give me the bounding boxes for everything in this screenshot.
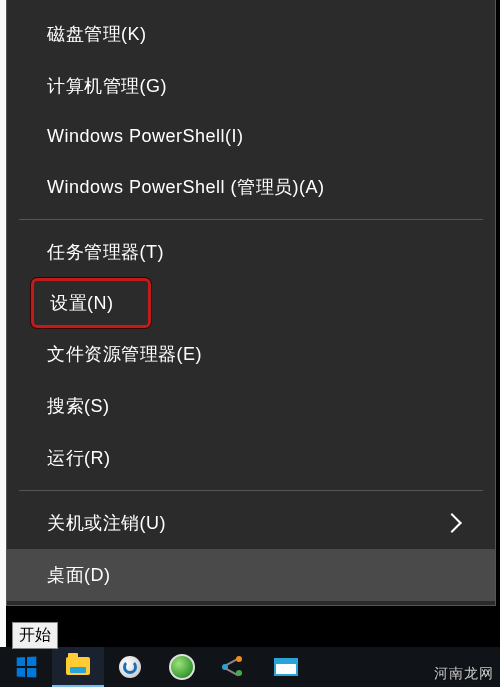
menu-item-label: 运行(R) — [47, 446, 111, 470]
menu-item-run[interactable]: 运行(R) — [7, 432, 495, 484]
menu-item-label: Windows PowerShell (管理员)(A) — [47, 175, 325, 199]
menu-item-label: 关机或注销(U) — [47, 511, 166, 535]
menu-item-label: 磁盘管理(K) — [47, 22, 147, 46]
menu-item-shutdown-signout[interactable]: 关机或注销(U) — [7, 497, 495, 549]
watermark-text: 河南龙网 — [434, 665, 494, 683]
menu-divider — [19, 219, 483, 220]
winx-context-menu: 磁盘管理(K) 计算机管理(G) Windows PowerShell(I) W… — [6, 0, 496, 606]
menu-item-label: 设置(N) — [50, 291, 114, 315]
start-button[interactable] — [0, 647, 52, 687]
menu-item-label: 计算机管理(G) — [47, 74, 167, 98]
app-circle-icon — [119, 656, 141, 678]
menu-divider — [19, 490, 483, 491]
start-tooltip: 开始 — [12, 622, 58, 649]
taskbar — [0, 647, 500, 687]
menu-item-settings[interactable]: 设置(N) — [34, 281, 148, 325]
share-nodes-icon — [222, 656, 246, 678]
taskbar-item-file-explorer[interactable] — [52, 647, 104, 687]
menu-item-label: 搜索(S) — [47, 394, 110, 418]
menu-item-label: 文件资源管理器(E) — [47, 342, 202, 366]
taskbar-item-app-1[interactable] — [104, 647, 156, 687]
folder-icon — [66, 657, 90, 675]
app-green-icon — [169, 654, 195, 680]
annotation-highlight: 设置(N) — [31, 278, 151, 328]
menu-item-label: 任务管理器(T) — [47, 240, 164, 264]
menu-item-search[interactable]: 搜索(S) — [7, 380, 495, 432]
menu-item-disk-management[interactable]: 磁盘管理(K) — [7, 8, 495, 60]
menu-item-label: 桌面(D) — [47, 563, 111, 587]
menu-item-powershell[interactable]: Windows PowerShell(I) — [7, 112, 495, 161]
taskbar-item-app-4[interactable] — [260, 647, 312, 687]
windows-logo-icon — [17, 656, 37, 677]
taskbar-item-app-2[interactable] — [156, 647, 208, 687]
taskbar-item-app-3[interactable] — [208, 647, 260, 687]
menu-item-desktop[interactable]: 桌面(D) — [7, 549, 495, 601]
menu-item-computer-management[interactable]: 计算机管理(G) — [7, 60, 495, 112]
window-app-icon — [274, 658, 298, 676]
menu-item-task-manager[interactable]: 任务管理器(T) — [7, 226, 495, 278]
chevron-right-icon — [442, 513, 462, 533]
menu-item-label: Windows PowerShell(I) — [47, 126, 244, 147]
menu-item-powershell-admin[interactable]: Windows PowerShell (管理员)(A) — [7, 161, 495, 213]
menu-item-file-explorer[interactable]: 文件资源管理器(E) — [7, 328, 495, 380]
